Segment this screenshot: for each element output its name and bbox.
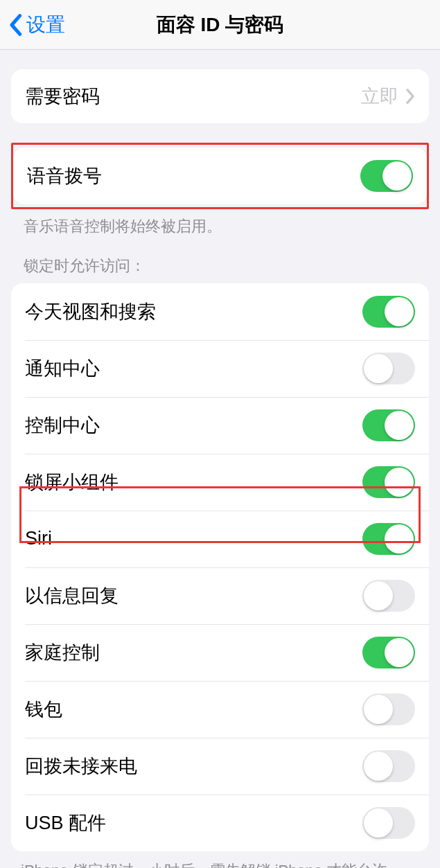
back-button[interactable]: 设置: [8, 12, 65, 38]
usb-footer: iPhone 锁定超过一小时后，需先解锁 iPhone 才能允许 USB 配件连…: [0, 851, 440, 868]
lock-access-row: 控制中心: [11, 397, 429, 454]
chevron-left-icon: [8, 13, 22, 37]
lock-access-toggle[interactable]: [362, 693, 415, 725]
lock-access-label: 钱包: [25, 697, 62, 722]
lock-access-row: 回拨未接来电: [11, 738, 429, 795]
lock-access-header: 锁定时允许访问：: [0, 238, 440, 283]
lock-access-row: 钱包: [11, 681, 429, 738]
lock-access-toggle[interactable]: [362, 296, 415, 328]
navigation-bar: 设置 面容 ID 与密码: [0, 0, 440, 50]
lock-access-row: USB 配件: [11, 795, 429, 851]
lock-access-toggle[interactable]: [362, 807, 415, 839]
lock-access-toggle[interactable]: [362, 523, 415, 555]
lock-access-label: 以信息回复: [25, 583, 118, 608]
voice-dial-label: 语音拨号: [27, 163, 102, 188]
require-passcode-value: 立即: [361, 84, 398, 109]
lock-access-toggle[interactable]: [362, 637, 415, 668]
require-passcode-row[interactable]: 需要密码 立即: [11, 69, 429, 123]
lock-access-row: 家庭控制: [11, 624, 429, 681]
back-label: 设置: [26, 12, 65, 38]
lock-access-toggle[interactable]: [362, 353, 415, 384]
lock-access-label: 通知中心: [25, 356, 100, 381]
lock-access-label: Siri: [25, 528, 52, 549]
chevron-right-icon: [405, 88, 415, 105]
lock-access-toggle[interactable]: [362, 580, 415, 612]
lock-access-label: USB 配件: [25, 811, 106, 835]
lock-access-row: 通知中心: [11, 340, 429, 397]
voice-dial-row: 语音拨号: [13, 148, 427, 204]
page-title: 面容 ID 与密码: [8, 12, 432, 38]
lock-access-row: 今天视图和搜索: [11, 283, 429, 340]
lock-access-row: 锁屏小组件: [11, 454, 429, 511]
lock-access-label: 控制中心: [25, 413, 100, 438]
voice-dial-toggle[interactable]: [360, 160, 413, 192]
lock-access-label: 今天视图和搜索: [25, 299, 156, 324]
require-passcode-label: 需要密码: [25, 84, 100, 109]
lock-access-toggle[interactable]: [362, 466, 415, 498]
lock-access-row: Siri: [11, 511, 429, 567]
lock-access-label: 回拨未接来电: [25, 754, 137, 779]
voice-dial-footer: 音乐语音控制将始终被启用。: [0, 209, 440, 238]
lock-access-toggle[interactable]: [362, 409, 415, 441]
voice-dial-highlight: 语音拨号: [11, 143, 429, 209]
lock-access-label: 家庭控制: [25, 640, 100, 665]
lock-access-label: 锁屏小组件: [25, 470, 118, 495]
lock-access-row: 以信息回复: [11, 567, 429, 624]
lock-access-toggle[interactable]: [362, 750, 415, 782]
lock-access-list: 今天视图和搜索通知中心控制中心锁屏小组件Siri以信息回复家庭控制钱包回拨未接来…: [11, 283, 429, 851]
